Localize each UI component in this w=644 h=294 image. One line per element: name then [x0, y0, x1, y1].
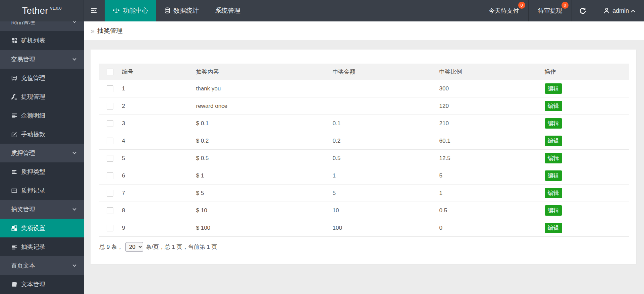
column-header-ratio: 中奖比例 — [435, 64, 541, 80]
row-checkbox[interactable] — [107, 225, 113, 231]
edit-button[interactable]: 编辑 — [545, 101, 562, 111]
edit-button[interactable]: 编辑 — [545, 223, 562, 233]
navbar-right: 今天待支付 0 待审提现 0 admin — [479, 0, 644, 21]
sidebar-group-products[interactable]: 商品管理 — [0, 21, 84, 31]
scales-icon — [113, 7, 120, 14]
column-header-content: 抽奖内容 — [192, 64, 329, 80]
breadcrumb-arrows-icon: » — [91, 27, 95, 34]
row-checkbox[interactable] — [107, 103, 113, 109]
table-row: 4 $ 0.2 0.2 60.1 编辑 — [99, 132, 629, 150]
cell-ratio: 0.5 — [435, 202, 541, 219]
sidebar-toggle-button[interactable] — [84, 0, 105, 21]
refresh-icon — [579, 7, 586, 14]
cell-id: 8 — [118, 202, 192, 219]
pagination-total: 总 9 条， — [99, 243, 123, 251]
edit-button[interactable]: 编辑 — [545, 136, 562, 146]
cell-content: $ 5 — [192, 185, 329, 202]
tab-function-center[interactable]: 功能中心 — [105, 0, 156, 21]
tab-label: 数据统计 — [173, 6, 199, 15]
sidebar: 商品管理 矿机列表 交易管理 充值管理 提现管理 余额明细 手动提款 — [0, 21, 84, 294]
sidebar-item-label: 抽奖管理 — [11, 205, 35, 213]
sidebar-item-pledge-type[interactable]: 质押类型 — [0, 162, 84, 181]
cell-amount: 0.1 — [329, 115, 435, 132]
sidebar-item-miner-list[interactable]: 矿机列表 — [0, 31, 84, 50]
edit-button[interactable]: 编辑 — [545, 118, 562, 129]
sidebar-item-withdraw[interactable]: 提现管理 — [0, 87, 84, 106]
cell-content: $ 10 — [192, 202, 329, 219]
sidebar-group-lottery[interactable]: 抽奖管理 — [0, 200, 84, 219]
pending-withdraw-review-button[interactable]: 待审提现 0 — [528, 0, 572, 21]
cell-content: $ 0.1 — [192, 115, 329, 132]
edit-button[interactable]: 编辑 — [545, 170, 562, 181]
cell-ratio: 60.1 — [435, 132, 541, 150]
sidebar-item-balance-detail[interactable]: 余额明细 — [0, 106, 84, 125]
cell-id: 1 — [118, 80, 192, 97]
cell-content: $ 1 — [192, 167, 329, 185]
table-row: 8 $ 10 10 0.5 编辑 — [99, 202, 629, 219]
tab-data-statistics[interactable]: 数据统计 — [156, 0, 207, 21]
chevron-down-icon — [72, 57, 76, 60]
edit-button[interactable]: 编辑 — [545, 83, 562, 94]
tab-system-management[interactable]: 系统管理 — [207, 0, 249, 21]
today-pending-pay-button[interactable]: 今天待支付 0 — [479, 0, 528, 21]
breadcrumb: » 抽奖管理 — [84, 21, 644, 40]
sidebar-item-label: 充值管理 — [21, 74, 45, 82]
sidebar-group-home-text[interactable]: 首页文本 — [0, 256, 84, 275]
row-checkbox[interactable] — [107, 207, 113, 214]
pending-withdraw-review-badge: 0 — [561, 2, 569, 9]
row-checkbox[interactable] — [107, 172, 113, 179]
row-checkbox[interactable] — [107, 138, 113, 144]
sidebar-group-pledge[interactable]: 质押管理 — [0, 144, 84, 162]
select-all-checkbox[interactable] — [107, 69, 113, 75]
cell-content: thank you — [192, 80, 329, 97]
table-row: 9 $ 100 100 0 编辑 — [99, 219, 629, 237]
edit-button[interactable]: 编辑 — [545, 153, 562, 163]
user-menu[interactable]: admin — [594, 0, 644, 21]
sidebar-item-recharge[interactable]: 充值管理 — [0, 69, 84, 87]
main-nav-tabs: 功能中心 数据统计 系统管理 — [105, 0, 249, 21]
cell-ratio: 5 — [435, 167, 541, 185]
table-row: 7 $ 5 5 1 编辑 — [99, 185, 629, 202]
pending-withdraw-review-label: 待审提现 — [538, 7, 562, 15]
cell-id: 2 — [118, 97, 192, 115]
sidebar-group-trade[interactable]: 交易管理 — [0, 50, 84, 69]
pagination: 总 9 条， 20 条/页，总 1 页，当前第 1 页 — [99, 237, 629, 252]
sidebar-item-prize-settings[interactable]: 奖项设置 — [0, 219, 84, 237]
column-header-action: 操作 — [541, 64, 629, 80]
sidebar-item-text-management[interactable]: 文本管理 — [0, 275, 84, 294]
row-checkbox[interactable] — [107, 190, 113, 197]
sidebar-item-label: 提现管理 — [21, 93, 45, 101]
cell-id: 6 — [118, 167, 192, 185]
sidebar-item-manual-withdraw[interactable]: 手动提款 — [0, 125, 84, 144]
refresh-button[interactable] — [572, 0, 594, 21]
cell-id: 9 — [118, 219, 192, 237]
app-version: V1.0.0 — [50, 6, 62, 11]
cell-id: 7 — [118, 185, 192, 202]
cell-amount: 5 — [329, 185, 435, 202]
main-content: » 抽奖管理 编号 抽奖内容 中奖金额 中奖比例 操作 1 — [84, 21, 644, 294]
hamburger-icon — [91, 8, 98, 13]
cell-amount: 10 — [329, 202, 435, 219]
edit-button[interactable]: 编辑 — [545, 188, 562, 198]
per-page-select[interactable]: 20 — [125, 242, 143, 252]
cell-amount: 100 — [329, 219, 435, 237]
chevron-down-icon — [72, 263, 76, 267]
today-pending-pay-badge: 0 — [518, 2, 525, 9]
lines-icon — [11, 244, 17, 250]
sidebar-item-label: 交易管理 — [11, 55, 35, 63]
cell-amount: 1 — [329, 167, 435, 185]
cell-amount: 0.2 — [329, 132, 435, 150]
row-checkbox[interactable] — [107, 155, 113, 162]
today-pending-pay-label: 今天待支付 — [489, 7, 519, 15]
sidebar-item-lottery-record[interactable]: 抽奖记录 — [0, 237, 84, 256]
sidebar-item-pledge-record[interactable]: 质押记录 — [0, 181, 84, 200]
table-row: 3 $ 0.1 0.1 210 编辑 — [99, 115, 629, 132]
edit-button[interactable]: 编辑 — [545, 205, 562, 216]
book-icon — [11, 282, 17, 287]
cell-content: reward once — [192, 97, 329, 115]
row-checkbox[interactable] — [107, 85, 113, 92]
row-checkbox[interactable] — [107, 120, 113, 127]
pie-icon — [11, 225, 17, 231]
cell-ratio: 12.5 — [435, 150, 541, 167]
cell-content: $ 0.2 — [192, 132, 329, 150]
